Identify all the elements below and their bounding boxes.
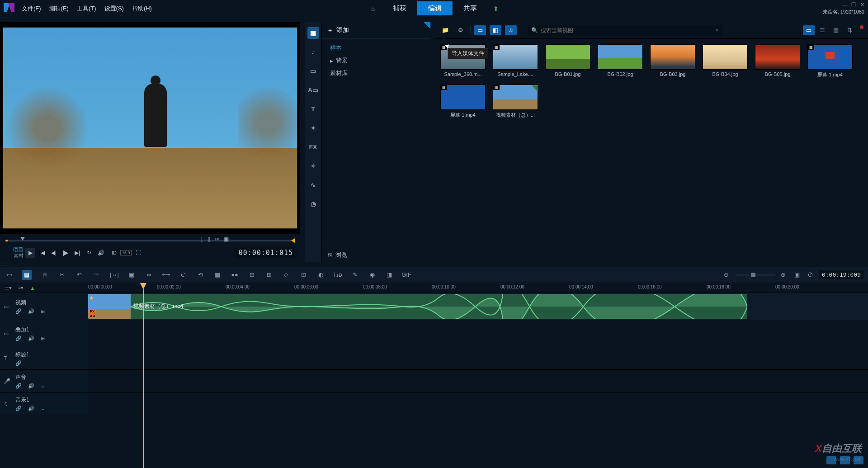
expand-icon[interactable]: ⌄: [41, 383, 45, 389]
options-icon[interactable]: ⚙: [455, 25, 467, 35]
preview-scrubber[interactable]: ⟦ ⟧ ✂ ▣: [4, 236, 297, 244]
track-head-overlay[interactable]: ▭ 叠加1 🔗🔊⊞: [0, 320, 88, 347]
search-input[interactable]: [541, 27, 712, 33]
mask-icon[interactable]: ◐: [316, 270, 326, 280]
play-button[interactable]: ▶: [25, 248, 35, 258]
track-head-video[interactable]: ▭ 视频 🔗 🔊 ⊞: [0, 293, 88, 320]
track-body-voice[interactable]: [88, 370, 868, 392]
media-thumb[interactable]: BG-B02.jpg: [598, 44, 643, 78]
import-folder-icon[interactable]: 📁: [439, 25, 451, 35]
media-thumb[interactable]: ▦Sample_Lake....: [493, 44, 538, 78]
volume-icon[interactable]: 🔊: [96, 248, 106, 258]
fullscreen-icon[interactable]: ⛶: [133, 248, 143, 258]
motion-track-icon[interactable]: ⟲: [195, 270, 205, 280]
track-head-music[interactable]: ♫ 音乐1 🔗🔊⌄: [0, 392, 88, 415]
chroma-icon[interactable]: ●●: [230, 270, 240, 280]
go-end-icon[interactable]: ▶|: [72, 248, 82, 258]
view-list-icon[interactable]: ☰: [816, 25, 828, 35]
view-grid-icon[interactable]: ▦: [830, 25, 842, 35]
next-frame-icon[interactable]: |▶: [61, 248, 71, 258]
media-thumb[interactable]: ▦屏幕 1.mp4: [807, 44, 853, 78]
fx-tab-icon[interactable]: FX: [307, 141, 319, 153]
filter-audio-icon[interactable]: ♫: [505, 25, 517, 35]
storyboard-view-icon[interactable]: ▭: [5, 270, 14, 280]
timeline-view-icon[interactable]: ▤: [22, 270, 32, 280]
undo-icon[interactable]: ↶: [74, 270, 84, 280]
track-body-video[interactable]: ★ FXAU 视频素材（总）.mp4: [88, 293, 868, 320]
multicam-icon[interactable]: ▦: [212, 270, 222, 280]
restore-icon[interactable]: ❐: [851, 2, 856, 8]
tracking-tab-icon[interactable]: ◔: [307, 198, 319, 210]
link-icon[interactable]: 🔗: [15, 336, 22, 341]
media-thumb[interactable]: ▦屏幕 1.mp4: [440, 85, 486, 118]
record-icon[interactable]: ◉: [367, 270, 377, 280]
track-body-overlay[interactable]: [88, 320, 868, 347]
track-menu-icon[interactable]: ☰▾: [5, 285, 12, 291]
home-icon[interactable]: ⌂: [364, 2, 382, 15]
zoom-slider[interactable]: [735, 274, 775, 276]
lock-icon[interactable]: ⊞: [41, 336, 45, 341]
track-body-music[interactable]: [88, 392, 868, 415]
preview-timecode[interactable]: 00:00:01:015: [235, 247, 297, 258]
media-thumb[interactable]: BG-B04.jpg: [703, 44, 748, 78]
mute-icon[interactable]: 🔊: [28, 336, 34, 341]
menu-file[interactable]: 文件(F): [22, 5, 41, 13]
panel-grip-v2[interactable]: [430, 22, 435, 262]
source-toggle[interactable]: 项目 素材: [4, 247, 24, 258]
category-background[interactable]: ▸背景: [322, 54, 430, 67]
track-body-title[interactable]: [88, 347, 868, 369]
clear-search-icon[interactable]: ×: [715, 27, 718, 33]
lock-icon[interactable]: ⊞: [41, 308, 45, 314]
magic-tab-icon[interactable]: ✧: [307, 160, 319, 172]
variable-speed-icon[interactable]: ⏲: [178, 270, 188, 280]
fit-project-icon[interactable]: ▣: [792, 270, 802, 280]
link-icon[interactable]: 🔗: [15, 308, 22, 314]
link-icon[interactable]: 🔗: [15, 406, 22, 411]
menu-tool[interactable]: 工具(T): [77, 5, 96, 13]
trim-icon[interactable]: |↔|: [109, 270, 119, 280]
slip-icon[interactable]: ⟷: [161, 270, 171, 280]
zoom-out-icon[interactable]: ⊖: [722, 270, 731, 280]
prev-frame-icon[interactable]: ◀|: [49, 248, 59, 258]
text-tab-icon[interactable]: T: [307, 103, 319, 115]
close-icon[interactable]: ✕: [860, 2, 864, 8]
playhead-icon[interactable]: [140, 283, 146, 289]
track-head-title[interactable]: T 标题1 🔗: [0, 347, 88, 369]
copy-icon[interactable]: ⎘: [40, 270, 50, 280]
menu-help[interactable]: 帮助(H): [132, 5, 152, 13]
stretch-icon[interactable]: ⇔: [144, 270, 154, 280]
video-clip[interactable]: ★ FXAU 视频素材（总）.mp4: [88, 294, 747, 319]
go-start-icon[interactable]: |◀: [37, 248, 47, 258]
expand-icon[interactable]: ⌄: [41, 406, 45, 411]
mute-icon[interactable]: 🔊: [28, 308, 34, 314]
search-box[interactable]: 🔍 ×: [528, 25, 722, 36]
track-head-voice[interactable]: 🎤 声音 🔗🔊⌄: [0, 370, 88, 392]
mute-icon[interactable]: 🔊: [28, 406, 34, 411]
browse-button[interactable]: ⎘ 浏览: [322, 247, 430, 262]
menu-edit[interactable]: 编辑(E): [49, 5, 69, 13]
tab-edit[interactable]: 编辑: [417, 1, 453, 15]
redo-icon[interactable]: ↷: [91, 270, 101, 280]
tab-capture[interactable]: 捕获: [382, 1, 417, 15]
crop-icon[interactable]: ▣: [127, 270, 137, 280]
audio-tab-icon[interactable]: ♪: [307, 46, 319, 58]
3d-title-icon[interactable]: T₃ᴅ: [333, 270, 343, 280]
timeline-ruler[interactable]: ☰▾ ≡▾ ▲ 00:00:00:0000:00:02:0000:00:04:0…: [0, 283, 868, 293]
chapter-icon[interactable]: ⊞: [264, 270, 274, 280]
view-large-icon[interactable]: ▭: [803, 25, 815, 35]
minimize-icon[interactable]: —: [842, 2, 847, 8]
filter-video-icon[interactable]: ▭: [474, 25, 486, 35]
upload-icon[interactable]: ⬆: [488, 2, 504, 15]
paint-icon[interactable]: ✎: [350, 270, 360, 280]
panel-grip-h2[interactable]: [0, 262, 868, 267]
cut-tool-icon[interactable]: ✂: [57, 270, 67, 280]
sort-icon[interactable]: ⇅: [844, 25, 855, 35]
gif-icon[interactable]: GIF: [401, 270, 411, 280]
transition-tab-icon[interactable]: ▭: [307, 65, 319, 77]
preview-viewport[interactable]: [0, 22, 300, 234]
add-button[interactable]: + 添加: [322, 22, 430, 39]
hd-toggle[interactable]: HD: [108, 249, 118, 256]
link-icon[interactable]: 🔗: [15, 383, 22, 389]
track-options-icon[interactable]: ≡▾: [18, 285, 24, 291]
tab-share[interactable]: 共享: [453, 1, 488, 15]
